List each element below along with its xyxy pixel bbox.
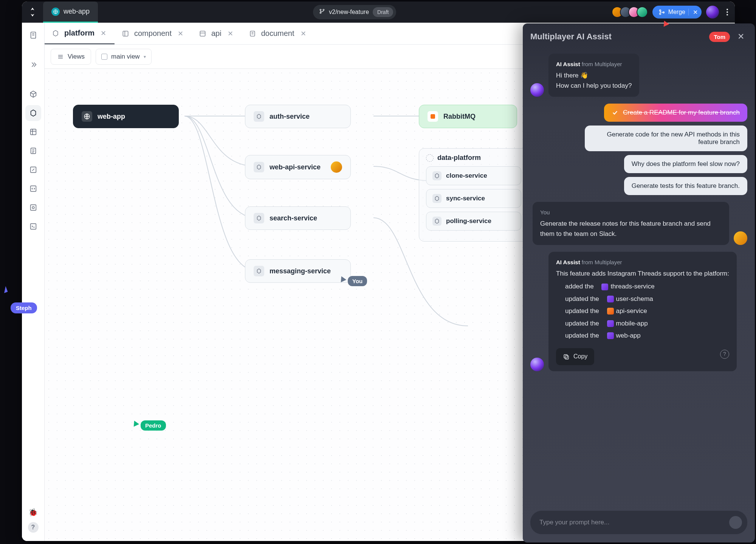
chip-label: Generate code for the new API methods in… [607, 131, 740, 146]
service-icon [432, 217, 442, 226]
group-data-platform[interactable]: data-platform clone-service sync-service… [419, 148, 528, 242]
close-icon[interactable]: ✕ [299, 28, 308, 39]
rail-component-icon[interactable] [25, 124, 41, 140]
file-icon [607, 296, 614, 302]
node-label: search-service [270, 214, 317, 222]
node-rabbitmq[interactable]: RabbitMQ [419, 105, 517, 128]
svg-point-2 [320, 12, 321, 13]
svg-rect-15 [123, 31, 128, 36]
more-menu-icon[interactable] [723, 9, 731, 15]
cursor-pedro: Pedro [132, 420, 166, 431]
rail-settings-icon[interactable] [25, 200, 41, 215]
node-clone-service[interactable]: clone-service [426, 166, 521, 185]
file-tab-api[interactable]: api ✕ [192, 23, 242, 44]
svg-rect-8 [30, 129, 36, 135]
rail-document-icon[interactable] [25, 27, 41, 43]
avatar[interactable] [637, 6, 648, 18]
views-label: Views [68, 53, 85, 60]
chip-label: Generate tests for this feature branch. [632, 182, 740, 189]
ai-avatar-icon [530, 358, 544, 371]
merge-button[interactable]: Merge ✕ [652, 6, 702, 19]
node-messaging-service[interactable]: messaging-service [245, 259, 351, 283]
component-icon [121, 29, 130, 38]
api-icon [198, 29, 207, 38]
msg-line: How can I help you today? [556, 81, 632, 91]
ai-assist-panel: Multiplayer AI Assist Tom ✕ AI Assist fr… [523, 23, 755, 542]
copy-label: Copy [573, 352, 587, 361]
svg-point-13 [32, 206, 34, 209]
service-icon [254, 162, 264, 172]
views-button[interactable]: Views [51, 49, 91, 65]
node-web-app[interactable]: web-app [73, 105, 179, 128]
document-icon [248, 29, 257, 38]
suggestion-chip[interactable]: Generate code for the new API methods in… [585, 126, 747, 151]
rail-expand-icon[interactable] [25, 57, 41, 73]
rail-edit-icon[interactable] [25, 162, 41, 178]
file-tab-document[interactable]: document ✕ [242, 23, 314, 44]
release-item: updated the web-app [565, 331, 729, 341]
draft-badge: Draft [373, 7, 393, 17]
file-tab-component[interactable]: component ✕ [115, 23, 192, 44]
svg-rect-14 [30, 224, 36, 229]
from-suffix: from Multiplayer [582, 61, 622, 67]
app-logo-icon[interactable] [26, 5, 39, 19]
help-icon[interactable]: ? [720, 350, 729, 359]
ai-message: AI Assist from Multiplayer This feature … [548, 252, 737, 371]
node-label: messaging-service [270, 267, 331, 275]
msg-text: Generate the release notes for this feat… [540, 219, 722, 239]
cursor-label: Pedro [141, 420, 166, 431]
bug-icon[interactable]: 🐞 [28, 508, 38, 517]
file-tab-platform[interactable]: platform ✕ [45, 23, 115, 44]
close-icon[interactable]: ✕ [226, 28, 235, 39]
from-name: AI Assist [556, 259, 580, 265]
node-search-service[interactable]: search-service [245, 206, 351, 230]
view-name: main view [111, 53, 140, 60]
node-auth-service[interactable]: auth-service [245, 105, 351, 128]
app-tab[interactable]: web-app [43, 2, 98, 23]
collaborator-avatars[interactable] [612, 6, 648, 18]
svg-rect-27 [564, 355, 567, 358]
hexagon-icon [51, 29, 60, 37]
view-selector[interactable]: main view ▾ [96, 49, 152, 65]
svg-rect-12 [30, 205, 36, 211]
suggestion-completed[interactable]: Create a README for my feature branch [604, 104, 747, 122]
svg-rect-25 [431, 115, 435, 119]
group-label: data-platform [437, 154, 481, 162]
node-sync-service[interactable]: sync-service [426, 189, 521, 208]
node-label: polling-service [446, 217, 491, 225]
node-polling-service[interactable]: polling-service [426, 212, 521, 231]
copy-button[interactable]: Copy [556, 348, 594, 365]
send-button[interactable] [729, 516, 742, 529]
file-tab-label: component [134, 29, 172, 38]
user-message: You Generate the release notes for this … [533, 202, 729, 245]
file-icon [601, 284, 608, 290]
close-icon[interactable]: ✕ [99, 28, 108, 39]
close-icon[interactable]: ✕ [176, 28, 185, 39]
cursor-label: You [348, 276, 367, 286]
profile-avatar[interactable] [706, 6, 719, 19]
svg-point-1 [320, 9, 321, 10]
node-label: auth-service [270, 113, 310, 121]
file-icon [607, 332, 614, 339]
node-label: web-app [98, 113, 125, 121]
suggestion-chip[interactable]: Generate tests for this feature branch. [624, 177, 747, 195]
rail-terminal-icon[interactable] [25, 219, 41, 234]
close-icon[interactable]: ✕ [692, 9, 699, 15]
release-item: updated the api-service [565, 306, 729, 316]
tom-badge: Tom [709, 32, 730, 42]
rail-page-icon[interactable] [25, 143, 41, 159]
branch-selector[interactable]: v2/new-feature Draft [313, 5, 396, 19]
release-item: added the threads-service [565, 282, 729, 291]
rail-hexagon-icon[interactable] [25, 105, 41, 121]
svg-rect-11 [30, 186, 36, 192]
release-item: updated the mobile-app [565, 319, 729, 329]
close-icon[interactable]: ✕ [734, 30, 747, 43]
svg-point-4 [659, 10, 661, 11]
suggestion-chip[interactable]: Why does the platform feel slow now? [624, 155, 747, 173]
help-icon[interactable]: ? [28, 522, 39, 533]
rail-cube-icon[interactable] [25, 86, 41, 102]
node-web-api-service[interactable]: web-api-service [245, 155, 351, 179]
node-label: RabbitMQ [443, 113, 476, 121]
rail-code-icon[interactable] [25, 181, 41, 197]
prompt-input[interactable] [539, 519, 729, 526]
